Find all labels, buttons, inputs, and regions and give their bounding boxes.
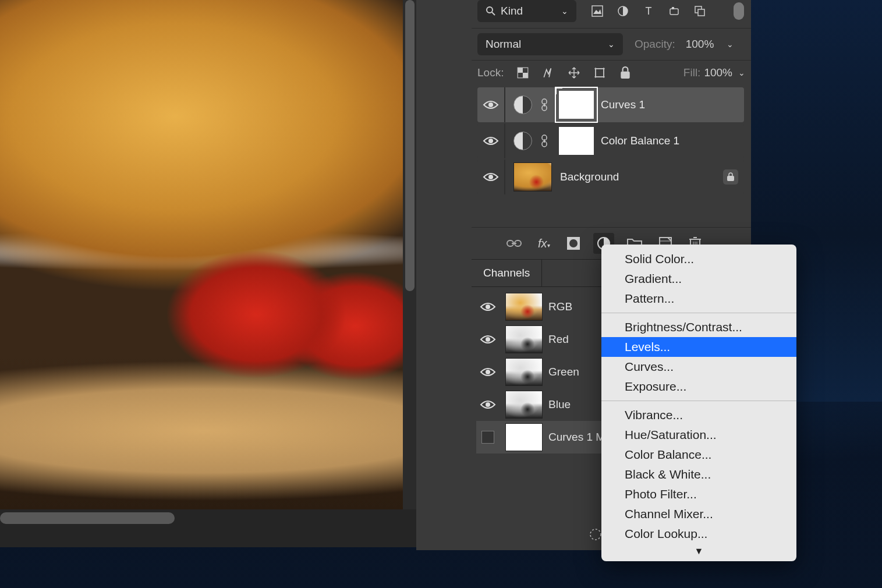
svg-point-43 [486,337,490,342]
layer-row-background[interactable]: Background [477,160,744,194]
menu-item-hue-saturation[interactable]: Hue/Saturation... [601,425,796,445]
filter-kind-select[interactable]: Kind ⌄ [477,0,576,22]
lock-row: Lock: Fill: 100% ⌄ [472,61,751,85]
search-icon [486,6,496,16]
fill-label: Fill: [683,66,701,79]
lock-image-icon[interactable] [542,66,555,79]
menu-item-color-balance[interactable]: Color Balance... [601,445,796,465]
filter-adjustment-icon[interactable] [616,4,630,18]
menu-item-gradient[interactable]: Gradient... [601,269,796,289]
svg-rect-12 [523,73,528,78]
svg-point-44 [486,370,490,374]
visibility-toggle[interactable] [477,171,504,183]
menu-scroll-down-icon[interactable]: ▼ [601,544,796,557]
menu-item-color-lookup[interactable]: Color Lookup... [601,524,796,544]
visibility-checkbox[interactable] [481,431,494,444]
document-image[interactable] [0,0,403,509]
visibility-toggle[interactable] [477,135,504,147]
lock-icon[interactable] [723,169,738,185]
lock-position-icon[interactable] [568,66,580,79]
svg-text:T: T [646,5,652,17]
svg-rect-13 [596,69,604,77]
filter-smartobject-icon[interactable] [693,4,707,18]
channel-thumbnail [505,391,543,419]
adjustment-layer-menu: Solid Color... Gradient... Pattern... Br… [601,245,796,561]
svg-point-46 [590,529,601,540]
channel-name: Green [548,366,579,378]
svg-point-27 [488,175,493,179]
add-mask-icon[interactable] [566,236,580,250]
menu-item-levels[interactable]: Levels... [601,337,796,357]
menu-item-vibrance[interactable]: Vibrance... [601,405,796,425]
menu-item-solid-color[interactable]: Solid Color... [601,249,796,269]
horizontal-scrollbar-thumb[interactable] [0,512,175,524]
visibility-toggle[interactable] [476,399,500,410]
layer-thumbnail[interactable] [513,162,552,192]
blend-mode-select[interactable]: Normal ⌄ [477,33,623,55]
vertical-scrollbar-track[interactable] [403,0,416,509]
menu-item-exposure[interactable]: Exposure... [601,377,796,396]
opacity-value[interactable]: 100% [686,38,714,51]
layer-mask-thumbnail[interactable] [559,91,594,119]
channel-thumbnail [505,423,543,451]
svg-point-19 [488,102,493,107]
svg-point-0 [487,7,493,13]
canvas-bottom-bar [0,509,416,547]
chevron-down-icon[interactable]: ⌄ [738,68,745,77]
layer-row-colorbalance[interactable]: Color Balance 1 [477,123,744,158]
visibility-toggle[interactable] [476,334,500,345]
svg-point-33 [569,239,578,247]
opacity-label: Opacity: [635,38,675,51]
channel-name: RGB [548,300,572,313]
lock-transparency-icon[interactable] [516,66,529,79]
link-mask-icon[interactable] [540,134,552,148]
layer-name[interactable]: Color Balance 1 [601,134,679,147]
filter-shape-icon[interactable] [667,4,681,18]
layer-filter-row: Kind ⌄ T [472,0,751,28]
visibility-toggle[interactable] [476,301,500,313]
vertical-scrollbar-thumb[interactable] [405,0,415,291]
channels-tab[interactable]: Channels [472,260,542,286]
blend-mode-row: Normal ⌄ Opacity: 100% ⌄ [472,28,751,61]
visibility-toggle[interactable] [476,366,500,378]
menu-item-pattern[interactable]: Pattern... [601,289,796,309]
layer-mask-thumbnail[interactable] [559,127,594,155]
chevron-down-icon: ⌄ [608,40,615,49]
filter-kind-label: Kind [501,5,523,17]
layer-row-curves[interactable]: Curves 1 [477,87,744,122]
menu-divider [601,313,796,313]
link-layers-icon[interactable] [506,238,522,249]
menu-item-curves[interactable]: Curves... [601,357,796,377]
layer-effects-icon[interactable]: fx▾ [538,237,550,250]
chevron-down-icon[interactable]: ⌄ [727,40,734,49]
lock-all-icon[interactable] [619,66,632,79]
adjustment-layer-icon [513,132,532,150]
layer-name[interactable]: Curves 1 [601,98,645,111]
channel-thumbnail [505,358,543,386]
channel-name: Curves 1 M [548,431,605,444]
svg-line-1 [492,12,495,15]
menu-item-brightness-contrast[interactable]: Brightness/Contrast... [601,317,796,337]
channel-name: Red [548,333,569,346]
fill-value[interactable]: 100% [704,66,732,79]
filter-type-icon[interactable]: T [642,4,656,18]
menu-item-black-white[interactable]: Black & White... [601,465,796,484]
svg-rect-18 [621,72,630,79]
layer-name[interactable]: Background [560,171,619,183]
link-mask-icon[interactable] [540,98,552,112]
svg-rect-6 [670,9,678,15]
svg-rect-11 [518,68,523,73]
filter-toggle-switch[interactable] [734,2,744,20]
svg-rect-9 [698,9,704,16]
panel-gutter [416,0,472,550]
menu-divider [601,401,796,401]
filter-type-icons: T [590,4,707,18]
lock-artboard-icon[interactable] [593,66,606,79]
menu-item-photo-filter[interactable]: Photo Filter... [601,484,796,504]
menu-item-channel-mixer[interactable]: Channel Mixer... [601,504,796,524]
svg-rect-28 [727,176,734,181]
lock-label: Lock: [477,66,504,79]
svg-point-23 [488,139,493,143]
filter-pixel-icon[interactable] [590,4,604,18]
visibility-toggle[interactable] [477,99,504,111]
